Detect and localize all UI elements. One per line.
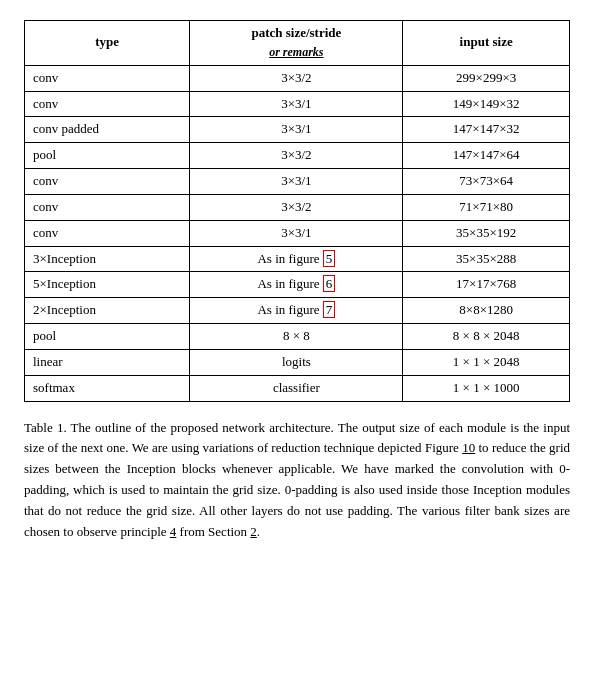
cell-type: conv padded	[25, 117, 190, 143]
cell-patch: 8 × 8	[190, 324, 403, 350]
cell-type: 2×Inception	[25, 298, 190, 324]
cell-input: 299×299×3	[403, 65, 570, 91]
cell-patch: 3×3/1	[190, 220, 403, 246]
cell-patch: 3×3/2	[190, 143, 403, 169]
cell-patch: 3×3/2	[190, 194, 403, 220]
table-caption: Table 1. The outline of the proposed net…	[24, 418, 570, 543]
cell-type: conv	[25, 194, 190, 220]
cell-type: pool	[25, 143, 190, 169]
table-row: conv3×3/135×35×192	[25, 220, 570, 246]
cell-patch: As in figure 6	[190, 272, 403, 298]
cell-input: 1 × 1 × 2048	[403, 349, 570, 375]
table-row: 3×InceptionAs in figure 535×35×288	[25, 246, 570, 272]
cell-input: 73×73×64	[403, 169, 570, 195]
cell-input: 8×8×1280	[403, 298, 570, 324]
architecture-table: type patch size/stride or remarks input …	[24, 20, 570, 402]
cell-input: 147×147×32	[403, 117, 570, 143]
cell-type: conv	[25, 91, 190, 117]
cell-input: 8 × 8 × 2048	[403, 324, 570, 350]
cell-input: 35×35×288	[403, 246, 570, 272]
table-row: softmaxclassifier1 × 1 × 1000	[25, 375, 570, 401]
figure-ref: 5	[323, 250, 336, 267]
cell-patch: As in figure 5	[190, 246, 403, 272]
table-row: 2×InceptionAs in figure 78×8×1280	[25, 298, 570, 324]
cell-patch: 3×3/1	[190, 91, 403, 117]
cell-type: linear	[25, 349, 190, 375]
cell-patch: 3×3/2	[190, 65, 403, 91]
cell-input: 17×17×768	[403, 272, 570, 298]
cell-input: 35×35×192	[403, 220, 570, 246]
cell-type: pool	[25, 324, 190, 350]
cell-patch: logits	[190, 349, 403, 375]
table-row: conv3×3/2299×299×3	[25, 65, 570, 91]
table-row: conv3×3/173×73×64	[25, 169, 570, 195]
cell-input: 147×147×64	[403, 143, 570, 169]
col-header-type: type	[25, 21, 190, 66]
col-header-input: input size	[403, 21, 570, 66]
cell-type: conv	[25, 220, 190, 246]
cell-patch: 3×3/1	[190, 169, 403, 195]
cell-type: 5×Inception	[25, 272, 190, 298]
figure-ref: 7	[323, 301, 336, 318]
figure-ref: 6	[323, 275, 336, 292]
cell-input: 149×149×32	[403, 91, 570, 117]
table-row: linearlogits1 × 1 × 2048	[25, 349, 570, 375]
table-row: conv3×3/1149×149×32	[25, 91, 570, 117]
cell-input: 1 × 1 × 1000	[403, 375, 570, 401]
table-row: pool3×3/2147×147×64	[25, 143, 570, 169]
table-row: conv padded3×3/1147×147×32	[25, 117, 570, 143]
cell-input: 71×71×80	[403, 194, 570, 220]
table-row: 5×InceptionAs in figure 617×17×768	[25, 272, 570, 298]
cell-patch: As in figure 7	[190, 298, 403, 324]
cell-patch: classifier	[190, 375, 403, 401]
table-row: pool8 × 88 × 8 × 2048	[25, 324, 570, 350]
cell-patch: 3×3/1	[190, 117, 403, 143]
cell-type: softmax	[25, 375, 190, 401]
table-row: conv3×3/271×71×80	[25, 194, 570, 220]
col-header-patch: patch size/stride or remarks	[190, 21, 403, 66]
cell-type: conv	[25, 65, 190, 91]
cell-type: 3×Inception	[25, 246, 190, 272]
cell-type: conv	[25, 169, 190, 195]
